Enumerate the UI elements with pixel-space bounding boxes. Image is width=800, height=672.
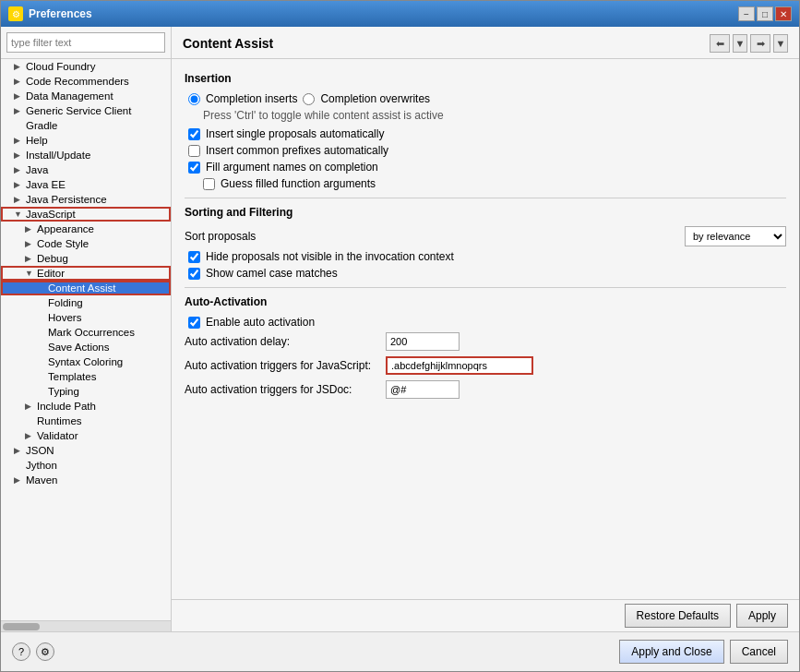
- preferences-icon-button[interactable]: ⚙: [36, 642, 54, 661]
- expand-icon: ▶: [14, 475, 23, 485]
- panel-header: Content Assist ⬅ ▼ ➡ ▼: [172, 27, 799, 59]
- jsdoc-triggers-row: Auto activation triggers for JSDoc:: [185, 380, 786, 399]
- tree-item-help[interactable]: ▶ Help: [1, 133, 171, 148]
- tree-item-code-recommenders[interactable]: ▶ Code Recommenders: [1, 74, 171, 89]
- js-triggers-label: Auto activation triggers for JavaScript:: [185, 359, 378, 372]
- fill-argument-checkbox[interactable]: [188, 162, 200, 174]
- tree-item-typing[interactable]: Typing: [1, 384, 171, 399]
- tree-item-save-actions[interactable]: Save Actions: [1, 340, 171, 354]
- tree-label: Jython: [26, 460, 57, 471]
- back-button[interactable]: ⬅: [710, 34, 730, 53]
- apply-button[interactable]: Apply: [736, 604, 788, 628]
- cancel-button[interactable]: Cancel: [730, 640, 788, 664]
- tree-scrollbar[interactable]: [1, 620, 171, 631]
- expand-icon: ▶: [14, 136, 23, 145]
- tree-item-generic-service-client[interactable]: ▶ Generic Service Client: [1, 103, 171, 118]
- filter-box: [1, 27, 171, 59]
- panel-title: Content Assist: [183, 36, 273, 51]
- expand-icon: ▶: [14, 165, 23, 174]
- tree-item-install-update[interactable]: ▶ Install/Update: [1, 148, 171, 162]
- insert-single-checkbox[interactable]: [188, 128, 200, 140]
- tree-item-templates[interactable]: Templates: [1, 369, 171, 384]
- tree-label: Save Actions: [48, 342, 109, 353]
- title-controls: − □ ✕: [738, 6, 792, 21]
- expand-icon: ▶: [14, 62, 23, 71]
- tree-item-maven[interactable]: ▶ Maven: [1, 473, 171, 487]
- help-icon-button[interactable]: ?: [12, 642, 30, 661]
- tree-item-content-assist[interactable]: Content Assist: [1, 281, 171, 295]
- restore-defaults-button[interactable]: Restore Defaults: [625, 604, 731, 628]
- tree-label: Java: [26, 164, 48, 175]
- tree-label: Debug: [37, 253, 68, 264]
- insertion-section-label: Insertion: [185, 72, 786, 85]
- forward-dropdown-button[interactable]: ▼: [773, 34, 788, 53]
- tree-item-jython[interactable]: Jython: [1, 458, 171, 473]
- tree-item-runtimes[interactable]: Runtimes: [1, 414, 171, 428]
- tree-item-data-management[interactable]: ▶ Data Management: [1, 89, 171, 103]
- tree-item-validator[interactable]: ▶ Validator: [1, 428, 171, 443]
- tree-item-cloud-foundry[interactable]: ▶ Cloud Foundry: [1, 59, 171, 74]
- tree-item-hovers[interactable]: Hovers: [1, 310, 171, 325]
- expand-icon: ▶: [14, 150, 23, 160]
- bottom-left: ? ⚙: [12, 642, 54, 661]
- tree-item-syntax-coloring[interactable]: Syntax Coloring: [1, 354, 171, 369]
- delay-input[interactable]: [386, 332, 460, 351]
- tree-label: Typing: [48, 386, 79, 397]
- sort-proposals-select[interactable]: by relevance alphabetically: [685, 226, 786, 246]
- show-camel-label: Show camel case matches: [206, 267, 338, 280]
- tree-item-javascript[interactable]: ▼ JavaScript: [1, 207, 171, 222]
- toggle-hint-row: Press 'Ctrl' to toggle while content ass…: [185, 109, 786, 122]
- tree-item-json[interactable]: ▶ JSON: [1, 443, 171, 458]
- separator-2: [185, 287, 786, 288]
- tree-label: Mark Occurrences: [48, 327, 135, 338]
- sorting-section-label: Sorting and Filtering: [185, 206, 786, 219]
- show-camel-checkbox[interactable]: [188, 268, 200, 280]
- tree-label: Folding: [48, 297, 83, 308]
- close-button[interactable]: ✕: [775, 6, 792, 21]
- hide-proposals-checkbox[interactable]: [188, 251, 200, 263]
- tree-item-java-persistence[interactable]: ▶ Java Persistence: [1, 192, 171, 207]
- tree-label: Content Assist: [48, 282, 116, 294]
- tree-item-folding[interactable]: Folding: [1, 295, 171, 310]
- tree-label: Appearance: [37, 223, 94, 234]
- apply-and-close-button[interactable]: Apply and Close: [619, 640, 723, 664]
- filter-input[interactable]: [6, 32, 165, 53]
- tree-item-mark-occurrences[interactable]: Mark Occurrences: [1, 325, 171, 340]
- tree-label: Code Recommenders: [26, 76, 129, 87]
- tree-item-include-path[interactable]: ▶ Include Path: [1, 399, 171, 414]
- maximize-button[interactable]: □: [757, 6, 773, 21]
- tree-item-appearance[interactable]: ▶ Appearance: [1, 222, 171, 236]
- jsdoc-triggers-input[interactable]: [386, 380, 460, 399]
- scroll-thumb[interactable]: [3, 623, 40, 630]
- jsdoc-triggers-label: Auto activation triggers for JSDoc:: [185, 383, 378, 396]
- separator-1: [185, 198, 786, 198]
- expand-icon: ▶: [14, 106, 23, 115]
- tree-item-gradle[interactable]: Gradle: [1, 118, 171, 133]
- insert-common-row: Insert common prefixes automatically: [185, 144, 786, 157]
- js-triggers-input[interactable]: [386, 356, 533, 375]
- completion-inserts-radio[interactable]: [188, 93, 200, 105]
- guess-filled-checkbox[interactable]: [203, 178, 215, 190]
- auto-activation-section-label: Auto-Activation: [185, 295, 786, 308]
- tree-item-java[interactable]: ▶ Java: [1, 162, 171, 177]
- tree-item-java-ee[interactable]: ▶ Java EE: [1, 177, 171, 192]
- insert-common-checkbox[interactable]: [188, 145, 200, 157]
- tree-label: Maven: [26, 474, 58, 486]
- expand-icon: ▼: [25, 269, 34, 278]
- back-dropdown-button[interactable]: ▼: [733, 34, 747, 53]
- forward-button[interactable]: ➡: [750, 34, 770, 53]
- expand-icon: ▶: [25, 239, 34, 248]
- enable-auto-row: Enable auto activation: [185, 316, 786, 329]
- restore-apply-bar: Restore Defaults Apply: [172, 599, 799, 631]
- tree-item-code-style[interactable]: ▶ Code Style: [1, 236, 171, 251]
- fill-argument-row: Fill argument names on completion: [185, 161, 786, 174]
- completion-overwrites-radio[interactable]: [303, 93, 315, 105]
- bottom-bar: ? ⚙ Apply and Close Cancel: [1, 631, 799, 671]
- tree-item-debug[interactable]: ▶ Debug: [1, 251, 171, 266]
- tree-item-editor[interactable]: ▼ Editor: [1, 266, 171, 281]
- enable-auto-checkbox[interactable]: [188, 317, 200, 329]
- minimize-button[interactable]: −: [738, 6, 755, 21]
- panel-content: Insertion Completion inserts Completion …: [172, 59, 799, 599]
- tree-label: Generic Service Client: [26, 105, 131, 116]
- tree-label: Hovers: [48, 312, 81, 323]
